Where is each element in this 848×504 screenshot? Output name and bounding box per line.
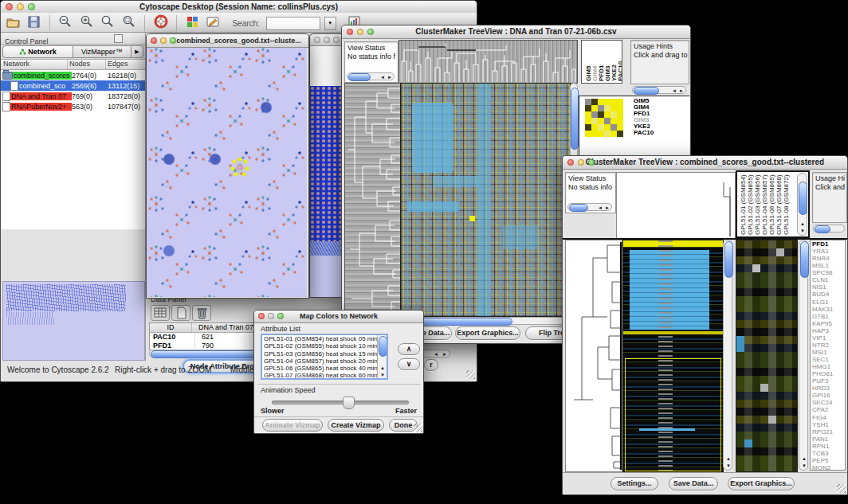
zoom-selected-icon[interactable] — [122, 14, 136, 32]
gene-label[interactable]: YSH1 — [812, 421, 845, 428]
gene-label[interactable]: SPC98 — [812, 269, 845, 276]
create-vizmap-button[interactable]: Create Vizmap — [328, 419, 384, 432]
network-row[interactable]: combined_sco2569(6)13112(15) — [1, 80, 145, 91]
search-dropdown-icon[interactable]: ▼ — [324, 17, 336, 30]
annotation-icon[interactable] — [206, 15, 221, 32]
close-icon[interactable] — [347, 29, 353, 35]
treeview1-titlebar[interactable]: ClusterMaker TreeView : DNA and Tran 07-… — [342, 25, 690, 39]
network-window-titlebar[interactable]: combined_scores_good.txt--cluste... — [147, 34, 308, 48]
new-attribute-icon[interactable] — [171, 305, 190, 321]
scroll-left-icon[interactable]: ◄ — [434, 351, 438, 357]
minimize-icon[interactable] — [17, 3, 24, 10]
gene-label[interactable]: MAK31 — [812, 306, 845, 313]
gene-label[interactable]: NTR2 — [812, 342, 845, 349]
gene-label[interactable]: PFD1 — [812, 240, 845, 248]
minimize-icon[interactable] — [324, 37, 330, 43]
zoom-in-icon[interactable] — [80, 14, 94, 32]
save-icon[interactable] — [27, 15, 41, 32]
help-lifering-icon[interactable] — [154, 14, 168, 32]
attribute-item[interactable]: GPL51-07 (GSM868) heat shock 60 min — [264, 372, 378, 379]
gene-label[interactable]: GPI16 — [812, 392, 845, 399]
search-input[interactable] — [266, 17, 320, 30]
close-icon[interactable] — [567, 159, 574, 166]
tv1-mini-heatmap[interactable] — [585, 99, 623, 137]
tv1-status-scrollbar[interactable]: ◄► — [347, 72, 395, 80]
gene-label[interactable]: HRD3 — [812, 385, 845, 392]
tv2-genes-vscrollbar[interactable]: ▲▼ — [799, 240, 808, 471]
tv1-export-graphics-button[interactable]: Export Graphics... — [455, 326, 520, 340]
close-icon[interactable] — [314, 37, 320, 43]
gene-label[interactable]: PHO81 — [812, 370, 845, 377]
tv2-export-graphics-button[interactable]: Export Graphics... — [728, 477, 795, 490]
tv1-heatmap[interactable] — [400, 83, 571, 317]
attribute-item[interactable]: GPL51-06 (GSM865) heat shock 40 min — [264, 365, 378, 372]
zoom-icon[interactable] — [588, 159, 595, 166]
scroll-right-icon[interactable]: ► — [442, 351, 447, 357]
tv2-column-dendrogram[interactable] — [616, 172, 736, 239]
dialog-titlebar[interactable]: Map Colors to Network — [254, 311, 423, 323]
dp-col-id[interactable]: ID — [150, 323, 192, 332]
tv2-hints-scrollbar[interactable] — [813, 225, 845, 232]
gene-label[interactable]: MON2 — [812, 464, 845, 471]
tv2-heatmap[interactable] — [622, 240, 724, 472]
tv2-settings-button[interactable]: Settings... — [610, 477, 658, 490]
gene-label[interactable]: MSL1 — [812, 262, 845, 269]
zoom-icon[interactable] — [28, 3, 35, 10]
main-titlebar[interactable]: Cytoscape Desktop (Session Name: collins… — [1, 1, 477, 14]
zoom-icon[interactable] — [333, 37, 340, 43]
zoom-fit-icon[interactable] — [100, 14, 115, 32]
tv1-column-dendrogram[interactable] — [398, 40, 578, 84]
zoom-icon[interactable] — [170, 37, 176, 44]
network-overview-thumbnail[interactable] — [2, 281, 145, 361]
heat-selection-box[interactable] — [625, 358, 721, 471]
gene-label[interactable]: HAP3 — [812, 327, 845, 334]
gene-label[interactable]: KAP95 — [812, 320, 845, 327]
gene-label[interactable]: VIP1 — [812, 334, 845, 342]
gene-label[interactable]: FIG4 — [812, 414, 845, 421]
vizmap-icon[interactable] — [186, 15, 199, 32]
gene-label[interactable]: RPO21 — [812, 428, 845, 436]
tv2-gene-list[interactable]: PFD1YRA1RNR4MSL1SPC98CLN1NIS1BUD4ELG1MAK… — [810, 240, 846, 471]
tv1-row-dendrogram[interactable] — [344, 83, 401, 317]
gene-label[interactable]: RNR4 — [812, 255, 845, 262]
delete-attribute-icon[interactable] — [192, 305, 211, 321]
table-mode-icon[interactable] — [151, 305, 170, 321]
col-edges[interactable]: Edges — [106, 60, 145, 69]
gene-label[interactable]: BUD4 — [812, 291, 845, 298]
gene-label[interactable]: CPA2 — [812, 406, 845, 413]
network-row[interactable]: combined_scores2764(0)16218(0) — [1, 70, 145, 80]
attribute-list[interactable]: GPL51-01 (GSM854) heat shock 05 minGPL51… — [261, 334, 388, 380]
attribute-item[interactable]: GPL51-03 (GSM856) heat shock 15 min — [264, 350, 378, 357]
tab-network[interactable]: Network — [2, 45, 73, 58]
open-file-icon[interactable] — [6, 15, 21, 32]
zoom-out-icon[interactable] — [58, 14, 73, 32]
minimize-icon[interactable] — [578, 159, 584, 166]
close-icon[interactable] — [151, 37, 157, 44]
tv2-zoom-heatmap[interactable] — [736, 240, 798, 472]
close-icon[interactable] — [258, 313, 265, 319]
gene-label[interactable]: YRA1 — [812, 248, 845, 255]
gene-label[interactable]: GTB1 — [812, 313, 845, 320]
zoom-icon[interactable] — [277, 313, 284, 319]
gene-label[interactable]: CLN1 — [812, 276, 845, 283]
network-row[interactable]: DNA and Tran 07769(0)183728(0) — [1, 91, 145, 101]
move-down-button[interactable]: ∨ — [398, 358, 420, 370]
attribute-item[interactable]: GPL51-04 (GSM857) heat shock 20 min — [264, 357, 378, 365]
tv2-vscrollbar[interactable]: ▲▼ — [723, 240, 732, 471]
tv2-save-data-button[interactable]: Save Data... — [669, 477, 718, 490]
network-canvas[interactable] — [147, 48, 307, 297]
tab-overflow-icon[interactable]: ▶ — [132, 45, 143, 58]
gene-label[interactable]: NIS1 — [812, 283, 845, 291]
animate-vizmap-button[interactable]: Animate Vizmap — [262, 419, 323, 432]
network-row[interactable]: RNAPuberNov2+563(0)107847(0) — [1, 101, 145, 111]
gene-label[interactable]: ELG1 — [812, 299, 845, 306]
tv2-resize-grip[interactable] — [837, 484, 846, 493]
treeview2-titlebar[interactable]: ClusterMaker TreeView : combined_scores_… — [563, 156, 847, 170]
float-panel-icon[interactable] — [114, 34, 123, 43]
gene-label[interactable]: PEP5 — [812, 457, 845, 464]
tv2-status-scrollbar[interactable]: ◄► — [567, 203, 612, 211]
tv2-row-dendrogram[interactable] — [565, 240, 622, 472]
attribute-list-scrollbar[interactable]: ▲▼ — [377, 335, 387, 378]
tv2-labels-vscrollbar[interactable]: ▲▼ — [797, 173, 807, 236]
gene-label[interactable]: SEC24 — [812, 399, 845, 406]
